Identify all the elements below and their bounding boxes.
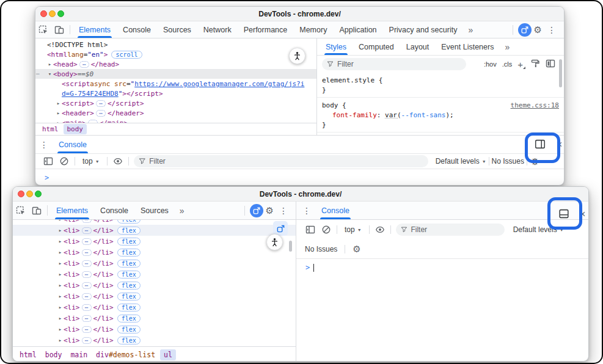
device-toolbar-icon[interactable] (29, 202, 45, 219)
tab-elements[interactable]: Elements (50, 202, 94, 219)
styles-tab-layout[interactable]: Layout (400, 38, 436, 55)
tab-console[interactable]: Console (117, 21, 157, 38)
collapse-arrow-icon[interactable]: ▸ (55, 100, 62, 106)
styles-tab-event-listeners[interactable]: Event Listeners (435, 38, 500, 55)
sidebar-position-icon[interactable] (546, 59, 555, 70)
kebab-menu-icon[interactable]: ⋮ (35, 136, 51, 153)
flex-badge[interactable]: flex (117, 260, 141, 268)
dom-row-li[interactable]: ▸<li>⋯</li>flex (13, 269, 296, 280)
styles-filter[interactable] (322, 58, 466, 70)
collapse-arrow-icon[interactable]: ▸ (55, 110, 62, 116)
element-capture-icon[interactable] (250, 204, 263, 217)
context-selector[interactable]: top▼ (78, 157, 104, 166)
close-panel-icon[interactable]: × (580, 209, 585, 219)
log-levels-dropdown[interactable]: Default levels▼ (436, 157, 486, 166)
clear-console-icon[interactable] (318, 225, 334, 235)
flex-badge[interactable]: flex (117, 282, 141, 289)
style-rule[interactable]: body {theme.css:18font-family: var(--fon… (317, 98, 564, 133)
expand-ellipsis-icon[interactable]: ⋯ (82, 293, 92, 300)
console-sidebar-icon[interactable] (302, 225, 318, 235)
expand-ellipsis-icon[interactable]: ⋯ (82, 326, 92, 333)
kebab-menu-icon[interactable]: ⋮ (544, 25, 559, 35)
flex-badge[interactable]: flex (117, 315, 141, 322)
expand-arrow-icon[interactable]: ▾ (46, 71, 53, 77)
tab-console[interactable]: Console (94, 202, 134, 219)
styles-rules[interactable]: element.style {}body {theme.css:18font-f… (317, 73, 564, 135)
tab-application[interactable]: Application (333, 21, 382, 38)
css-variable[interactable]: --font-sans (401, 111, 446, 119)
console-settings-gear-icon[interactable]: ⚙ (353, 244, 360, 253)
breadcrumb-ul[interactable]: ul (160, 349, 176, 360)
expand-ellipsis-icon[interactable]: ⋯ (82, 260, 92, 267)
settings-gear-icon[interactable]: ⚙ (266, 206, 274, 215)
collapse-arrow-icon[interactable]: ▸ (57, 227, 64, 233)
eye-icon[interactable] (110, 156, 126, 166)
flex-badge[interactable]: flex (117, 304, 141, 311)
expand-ellipsis-icon[interactable]: ⋯ (88, 120, 98, 123)
flex-badge[interactable]: flex (117, 227, 141, 235)
console-filter-input[interactable] (149, 157, 423, 166)
flex-badge[interactable]: flex (117, 326, 141, 333)
dom-tree[interactable]: ▸<li>⋯</li>flex▸<li>⋯</li>flex▸<li>⋯</li… (13, 220, 296, 346)
collapse-arrow-icon[interactable]: ▸ (57, 271, 64, 277)
collapse-arrow-icon[interactable]: ▸ (57, 220, 64, 222)
scroll-badge[interactable]: scroll (111, 51, 142, 59)
tab-console-panel[interactable]: Console (316, 202, 354, 219)
inspect-element-icon[interactable] (13, 202, 29, 219)
issues-counter[interactable]: No Issues (492, 157, 524, 166)
expand-ellipsis-icon[interactable]: ⋯ (82, 337, 92, 344)
dom-row-li[interactable]: ▸<li>⋯</li>flex (13, 247, 296, 258)
stylesheet-link[interactable]: theme.css:18 (511, 101, 559, 111)
accessibility-person-icon[interactable] (266, 234, 283, 250)
dock-to-bottom-button[interactable] (557, 206, 571, 221)
tab-performance[interactable]: Performance (238, 21, 294, 38)
dom-row[interactable]: ▸<script>⋯</script> (35, 98, 316, 108)
dom-row[interactable]: <!DOCTYPE html> (35, 40, 316, 49)
flex-badge[interactable]: flex (117, 220, 141, 224)
close-drawer-icon[interactable]: × (557, 140, 562, 150)
css-property[interactable]: font-family: var(--font-sans); (322, 111, 559, 120)
collapse-arrow-icon[interactable]: ▸ (46, 61, 53, 67)
collapse-arrow-icon[interactable]: ▸ (57, 249, 64, 255)
context-selector[interactable]: top▼ (340, 225, 367, 234)
dom-row[interactable]: ▸<main>⋯</main> (35, 118, 316, 123)
collapse-arrow-icon[interactable]: ▸ (57, 282, 64, 288)
dom-row[interactable]: ▸<head>⋯</head> (35, 59, 316, 69)
tab-sources[interactable]: Sources (134, 202, 175, 219)
element-capture-icon[interactable] (518, 23, 532, 37)
expand-ellipsis-icon[interactable]: ⋯ (82, 304, 92, 311)
expand-ellipsis-icon[interactable]: ⋯ (96, 100, 106, 107)
paint-roller-icon[interactable] (530, 59, 540, 70)
kebab-menu-icon[interactable]: ⋮ (296, 202, 314, 219)
dom-row-li[interactable]: ▸<li>⋯</li>flex (13, 220, 296, 225)
breadcrumb-div-demos-list[interactable]: div#demos-list (92, 349, 159, 360)
dock-to-side-button[interactable] (533, 137, 547, 151)
scrollbar-thumb[interactable] (289, 241, 292, 252)
expand-ellipsis-icon[interactable]: ⋯ (82, 227, 92, 234)
tab-memory[interactable]: Memory (293, 21, 333, 38)
dom-row-li[interactable]: ▸<li>⋯</li>flex (13, 280, 296, 291)
row-options-dots[interactable]: ⋯ (36, 71, 39, 77)
eye-icon[interactable] (372, 225, 388, 235)
expand-ellipsis-icon[interactable]: ⋯ (82, 220, 92, 223)
dom-row-li[interactable]: ▸<li>⋯</li>flex (13, 258, 296, 269)
tab-elements[interactable]: Elements (73, 21, 117, 38)
console-filter[interactable] (396, 224, 505, 236)
expand-ellipsis-icon[interactable]: ⋯ (82, 249, 92, 256)
expand-ellipsis-icon[interactable]: ⋯ (96, 110, 106, 117)
toggle-hover-state[interactable]: :hov (484, 60, 497, 68)
expand-ellipsis-icon[interactable]: ⋯ (79, 61, 89, 68)
dom-row-li[interactable]: ▸<li>⋯</li>flex (13, 313, 296, 324)
inspect-element-icon[interactable] (35, 21, 51, 38)
flex-badge[interactable]: flex (117, 337, 141, 344)
settings-gear-icon[interactable]: ⚙ (534, 25, 542, 34)
dom-row-li[interactable]: ▸<li>⋯</li>flex (13, 225, 296, 236)
toggle-class[interactable]: .cls (502, 60, 513, 68)
styles-tab-styles[interactable]: Styles (320, 38, 353, 55)
tab-sources[interactable]: Sources (157, 21, 197, 38)
more-tabs-icon[interactable]: » (175, 202, 189, 219)
collapse-arrow-icon[interactable]: ▸ (57, 238, 64, 244)
more-tabs-icon[interactable]: » (500, 38, 514, 55)
tab-network[interactable]: Network (197, 21, 238, 38)
expand-ellipsis-icon[interactable]: ⋯ (82, 238, 92, 245)
